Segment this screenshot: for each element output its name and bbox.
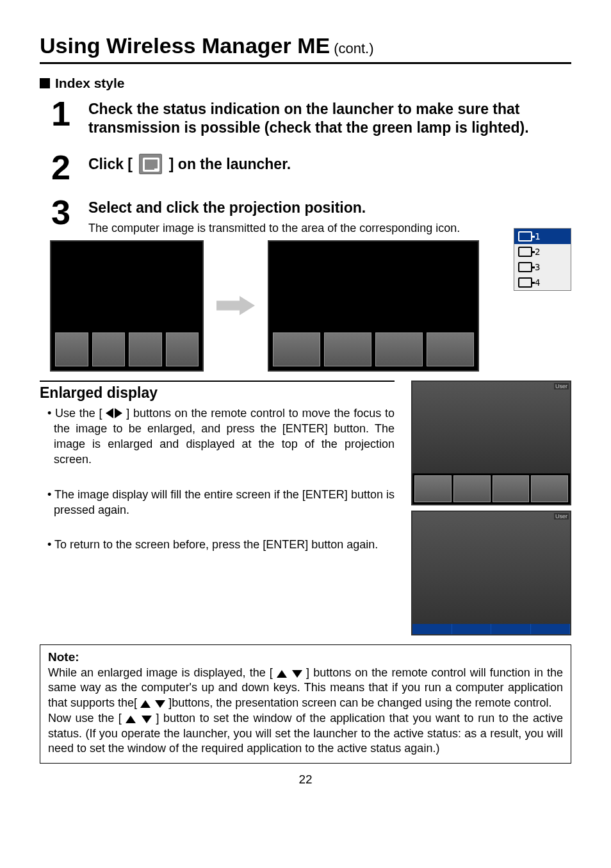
step-1-number: 1	[51, 96, 88, 137]
tv-icon	[518, 247, 532, 257]
title-main: Using Wireless Manager ME	[40, 33, 330, 58]
step-2-title: Click [ ] on the launcher.	[88, 154, 291, 174]
page-title: Using Wireless Manager ME (cont.)	[40, 33, 571, 64]
step-1-title: Check the status indication on the launc…	[88, 100, 571, 137]
step-1: 1 Check the status indication on the lau…	[51, 96, 571, 137]
projection-position-menu[interactable]: 1 2 3 4	[514, 228, 571, 291]
triangle-down-icon	[155, 700, 165, 708]
step-3: 3 Select and click the projection positi…	[51, 195, 501, 236]
triangle-up-icon	[126, 716, 136, 723]
b1-pre: Use the [	[55, 407, 102, 420]
note-p1-post: ]buttons, the presentation screen can be…	[168, 696, 551, 709]
proj-menu-item-1[interactable]: 1	[514, 229, 571, 244]
screenshot-enlarged-top: User	[411, 381, 571, 505]
screenshot-after	[268, 240, 479, 372]
page-number: 22	[40, 773, 571, 787]
step-2-title-pre: Click [	[88, 156, 133, 172]
step-2: 2 Click [ ] on the launcher.	[51, 150, 571, 184]
proj-menu-label: 4	[535, 277, 540, 288]
triangle-right-icon	[115, 408, 122, 418]
tv-icon	[518, 231, 532, 242]
note-p1-pre: While an enlarged image is displayed, th…	[48, 666, 273, 679]
subheading: Index style	[40, 76, 571, 91]
screenshot-tag: User	[554, 513, 569, 520]
step-2-number: 2	[51, 150, 88, 184]
screenshot-enlarged-full: User	[411, 511, 571, 635]
proj-menu-item-3[interactable]: 3	[514, 259, 571, 275]
triangle-up-icon	[140, 700, 151, 708]
note-box: Note: While an enlarged image is display…	[40, 644, 571, 764]
proj-menu-item-2[interactable]: 2	[514, 244, 571, 259]
triangle-down-icon	[142, 716, 152, 723]
triangle-down-icon	[292, 670, 302, 678]
enlarged-bullet-2: The image display will fill the entire s…	[40, 487, 395, 518]
step-3-number: 3	[51, 195, 88, 236]
proj-menu-label: 2	[535, 247, 540, 257]
proj-menu-label: 1	[535, 231, 540, 242]
b1-post: ] buttons on the remote control to move …	[54, 407, 395, 466]
square-bullet-icon	[40, 78, 50, 88]
note-title: Note:	[48, 650, 563, 664]
enlarged-heading: Enlarged display	[40, 381, 395, 402]
triangle-up-icon	[277, 670, 287, 678]
screenshot-tag: User	[554, 383, 569, 389]
triangle-left-icon	[106, 408, 113, 418]
screenshot-before	[50, 240, 204, 372]
arrow-right-icon	[216, 296, 255, 315]
illustration-row	[50, 240, 501, 372]
step-3-title: Select and click the projection position…	[88, 199, 460, 217]
enlarged-bullet-3: To return to the screen before, press th…	[40, 537, 395, 552]
tv-icon	[518, 277, 532, 288]
step-2-title-post: ] on the launcher.	[169, 156, 291, 172]
launcher-tv-icon	[139, 154, 162, 174]
proj-menu-label: 3	[535, 262, 540, 272]
title-cont: (cont.)	[334, 40, 373, 57]
enlarged-bullet-1: Use the [ ] buttons on the remote contro…	[40, 405, 395, 468]
subheading-text: Index style	[55, 76, 125, 91]
tv-icon	[518, 262, 532, 272]
proj-menu-item-4[interactable]: 4	[514, 275, 571, 290]
note-paragraph-2: Now use the [ ] button to set the window…	[48, 711, 563, 757]
step-3-desc: The computer image is transmitted to the…	[88, 220, 460, 236]
note-p2-pre: Now use the [	[48, 712, 122, 725]
note-paragraph-1: While an enlarged image is displayed, th…	[48, 666, 563, 711]
